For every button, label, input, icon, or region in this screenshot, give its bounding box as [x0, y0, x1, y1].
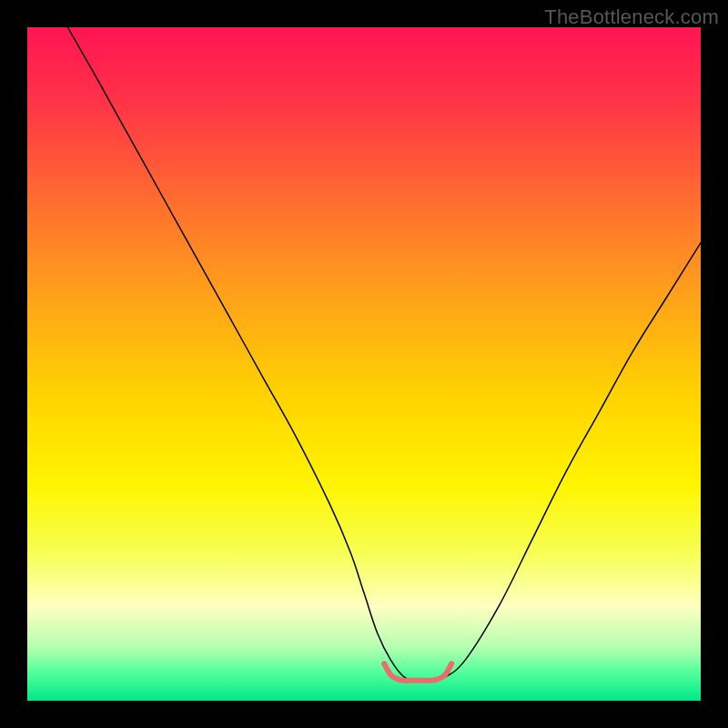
gradient-background: [27, 27, 701, 701]
chart-frame: TheBottleneck.com: [0, 0, 728, 728]
chart-svg: [27, 27, 701, 701]
plot-area: [27, 27, 701, 701]
watermark-text: TheBottleneck.com: [544, 5, 719, 29]
